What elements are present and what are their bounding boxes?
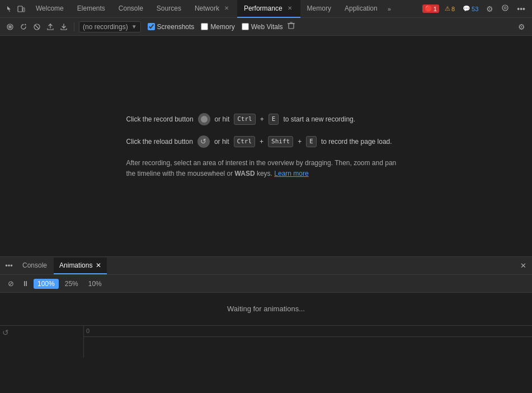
pause-animations-button[interactable]: ⏸ — [19, 278, 31, 290]
speed-10-button[interactable]: 10% — [84, 279, 106, 289]
svg-rect-0 — [18, 6, 22, 12]
toolbar-right: ⚙ — [516, 21, 528, 32]
main-tab-bar: Welcome Elements Console Sources Network… — [0, 0, 532, 18]
reload-record-button[interactable] — [18, 21, 29, 32]
timeline-ruler: 0 — [84, 326, 532, 337]
timeline-area: ↺ 0 — [0, 325, 532, 358]
capture-options: Screenshots Memory Web Vitals — [148, 23, 283, 31]
info-badge[interactable]: 💬 53 — [460, 4, 481, 13]
bottom-panel: ••• Console Animations ✕ ✕ ⊘ ⏸ 100% 25% … — [0, 257, 532, 358]
instructions-note: After recording, select an area of inter… — [126, 158, 406, 179]
more-options-icon[interactable]: ••• — [515, 3, 528, 15]
shift-key: Shift — [268, 136, 293, 148]
error-badge[interactable]: 🔴 1 — [422, 4, 439, 13]
svg-rect-1 — [23, 8, 25, 12]
error-icon: 🔴 — [425, 5, 432, 12]
svg-point-5 — [8, 25, 12, 29]
e-key: E — [269, 114, 279, 125]
animations-toolbar: ⊘ ⏸ 100% 25% 10% — [0, 275, 532, 293]
dropdown-arrow-icon: ▼ — [131, 24, 137, 30]
record-dot-icon — [198, 113, 210, 125]
capture-settings-button[interactable]: ⚙ — [516, 21, 528, 32]
timeline-left: ↺ — [0, 326, 84, 358]
tab-performance[interactable]: Performance ✕ — [237, 0, 300, 18]
clear-button[interactable] — [31, 21, 43, 32]
bottom-tab-console[interactable]: Console — [17, 258, 53, 274]
tab-application[interactable]: Application — [338, 0, 384, 18]
record-instruction: Click the record button or hit Ctrl + E … — [126, 113, 406, 125]
recordings-dropdown[interactable]: (no recordings) ▼ — [79, 21, 141, 32]
download-button[interactable] — [58, 21, 69, 32]
timeline-right: 0 — [84, 326, 532, 358]
performance-toolbar: (no recordings) ▼ Screenshots Memory Web… — [0, 18, 532, 36]
tab-console[interactable]: Console — [112, 0, 150, 18]
remote-devices-icon[interactable] — [499, 3, 511, 15]
e-key-2: E — [306, 136, 317, 148]
bottom-more-button[interactable]: ••• — [2, 259, 16, 273]
speed-25-button[interactable]: 25% — [61, 279, 82, 289]
tab-memory[interactable]: Memory — [300, 0, 338, 18]
reload-instruction: Click the reload button ↺ or hit Ctrl + … — [126, 135, 406, 148]
info-icon: 💬 — [463, 5, 470, 12]
tab-network-close[interactable]: ✕ — [223, 4, 230, 12]
block-animations-button[interactable]: ⊘ — [4, 278, 17, 290]
reload-icon: ↺ — [197, 135, 210, 148]
device-icon[interactable] — [17, 4, 26, 13]
settings-icon[interactable]: ⚙ — [484, 3, 496, 15]
tab-elements[interactable]: Elements — [70, 0, 112, 18]
svg-line-7 — [35, 25, 39, 29]
timeline-scroll-icon: ↺ — [2, 328, 9, 337]
bottom-tab-animations[interactable]: Animations ✕ — [54, 258, 107, 274]
tab-network[interactable]: Network ✕ — [188, 0, 237, 18]
record-button[interactable] — [4, 21, 16, 32]
learn-more-link[interactable]: Learn more — [274, 170, 308, 177]
ctrl-key: Ctrl — [234, 114, 256, 125]
upload-button[interactable] — [45, 21, 56, 32]
ctrl-key-2: Ctrl — [234, 136, 256, 148]
memory-checkbox[interactable]: Memory — [201, 23, 234, 31]
svg-point-3 — [504, 7, 506, 9]
tab-welcome[interactable]: Welcome — [29, 0, 70, 18]
clear-recordings-button[interactable] — [285, 21, 297, 32]
tab-performance-close[interactable]: ✕ — [286, 4, 294, 12]
bottom-tab-bar: ••• Console Animations ✕ ✕ — [0, 257, 532, 275]
speed-100-button[interactable]: 100% — [34, 279, 59, 289]
tab-overflow[interactable]: » — [384, 6, 394, 12]
svg-point-2 — [502, 5, 508, 11]
waiting-message: Waiting for animations... — [0, 293, 532, 325]
inspect-icon[interactable] — [6, 4, 15, 13]
warning-icon: ⚠ — [445, 5, 450, 12]
toolbar-separator — [74, 22, 74, 31]
devtools-icons — [2, 4, 29, 13]
bottom-tab-animations-close[interactable]: ✕ — [96, 261, 101, 269]
tab-bar-right: 🔴 1 ⚠ 8 💬 53 ⚙ ••• — [422, 3, 532, 15]
instructions-panel: Click the record button or hit Ctrl + E … — [126, 113, 406, 179]
close-bottom-panel-button[interactable]: ✕ — [517, 260, 530, 271]
svg-rect-8 — [289, 24, 294, 29]
tab-sources[interactable]: Sources — [150, 0, 188, 18]
warning-badge[interactable]: ⚠ 8 — [442, 4, 457, 13]
performance-main: Click the record button or hit Ctrl + E … — [0, 36, 532, 256]
screenshots-checkbox[interactable]: Screenshots — [148, 23, 195, 31]
web-vitals-checkbox[interactable]: Web Vitals — [242, 23, 283, 31]
